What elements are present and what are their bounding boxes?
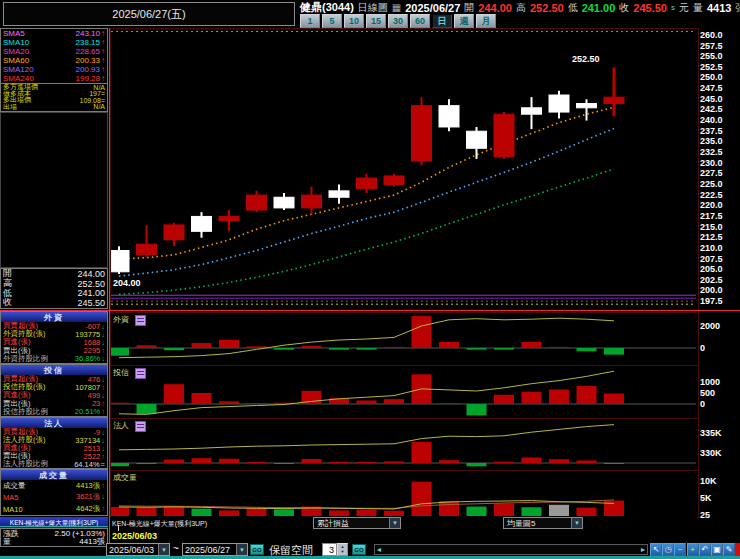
stat-row: 成交量4413張↑ [1,480,107,492]
stat-row: SMA60200.33↑ [1,56,107,65]
go-button-2[interactable]: GO [352,544,366,555]
chart-scrollbar[interactable]: ◂ ▸ [374,544,648,555]
scroll-right-icon[interactable]: ▸ [639,546,647,554]
stat-row: 法人持股比例64.14%= [1,460,107,468]
stat-label: SMA120 [3,65,34,74]
price-axis: 260.0257.5255.0252.5250.0247.5245.0242.5… [698,28,740,528]
stat-value: 4413張↑ [76,481,105,491]
unit-label: 元 [679,1,689,15]
scroll-left-icon[interactable]: ◂ [375,546,383,554]
institutional-panel[interactable]: 法人 [110,418,699,471]
clock-icon[interactable]: ◷ [662,543,674,556]
reserved-space-stepper[interactable]: 3 ▲ ▼ [322,543,348,556]
date-from-select[interactable]: 2025/06/03 ▼ [106,543,170,556]
ohlc-panel: 開244.00高252.50低241.00收245.50 [0,268,108,309]
stat-label: 成交量 [3,481,26,491]
chart-surface [111,471,696,517]
svg-text:204.00: 204.00 [113,278,141,288]
up-arrow-icon: ↑ [101,47,105,56]
panel-settings-icon[interactable] [135,315,146,326]
foreign-investors-panel[interactable]: 外資 [110,312,699,366]
red-separator-line [0,310,740,311]
axis-tick-label: 222.5 [700,190,723,200]
axis-tick-label: 250.0 [700,72,723,82]
axis-tick-label: 220.0 [700,200,723,210]
axis-tick-label: 232.5 [700,147,723,157]
equal-icon: = [101,460,105,469]
stat-row: 收245.50 [1,298,107,308]
settle-mark: s [671,3,675,12]
ken-indicator-label[interactable]: KEN-極光線+爆大量(獲利3UP) [112,519,207,529]
main-candlestick-chart[interactable]: 252.50204.00 [110,28,699,311]
volume-panel[interactable]: 成交量 [110,470,699,518]
period-button-10[interactable]: 10 [344,14,364,28]
stat-label: MA5 [3,493,18,502]
stat-label: SMA5 [3,29,25,38]
sma-panel: SMA5243.10↑SMA10238.15↑SMA20228.65↑SMA60… [0,28,108,84]
chevron-down-icon[interactable]: ▼ [158,544,169,555]
period-button-月[interactable]: 月 [476,14,496,28]
stat-label: 法人持股比例 [3,459,48,469]
volume-ma-dropdown[interactable]: 均量圖5 ▼ [503,517,583,529]
x-axis-date-label: 2025/06/03 [112,531,157,541]
zoom-out-icon[interactable]: − [674,543,686,556]
chevron-down-icon[interactable]: ▼ [389,518,400,528]
volume-ma-dropdown-value: 均量圖5 [504,518,571,529]
axis-tick-label: 242.5 [700,104,723,114]
stat-label: SMA10 [3,38,29,47]
indicator-strip: KEN-極光線+爆大量(獲利3UP) 累計損益 ▼ 均量圖5 ▼ [110,517,697,530]
stat-value: 245.50 [77,298,105,308]
period-button-日[interactable]: 日 [432,14,452,28]
axis-tick-label: 247.5 [700,83,723,93]
draw-icon[interactable]: ✎ [723,543,735,556]
volume-label: 量 [693,1,703,15]
chevron-down-icon[interactable]: ▼ [236,544,247,555]
period-button-30[interactable]: 30 [388,14,408,28]
calendar-icon: ▦ [392,2,401,13]
stat-value: 228.65↑ [76,47,105,56]
pnl-dropdown[interactable]: 累計損益 ▼ [313,517,401,529]
cursor-icon[interactable]: ↖ [650,543,662,556]
stat-row: MA104642張↑ [1,503,107,515]
period-toolbar: 1510153060日週月 [300,14,496,27]
panel-settings-icon[interactable] [135,421,146,432]
stepper-arrows[interactable]: ▲ ▼ [337,543,348,556]
fullscreen-icon[interactable]: ▣ [711,543,723,556]
axis-tick-label: 1000 [700,377,720,387]
chart-surface [111,313,696,365]
undo-icon[interactable]: ↶ [699,543,711,556]
axis-tick-label: 245.0 [700,94,723,104]
axis-tick-label: 235.0 [700,136,723,146]
up-arrow-icon: ↑ [101,74,105,83]
stat-value: 200.93↑ [76,65,105,74]
panel-settings-icon[interactable] [135,368,146,379]
period-button-5[interactable]: 5 [322,14,342,28]
zoom-in-icon[interactable]: + [687,543,699,556]
axis-tick-label: 210.0 [700,243,723,253]
stat-label: 收 [3,296,12,309]
period-button-60[interactable]: 60 [410,14,430,28]
axis-tick-label: 207.5 [700,254,723,264]
volume-unit: 張 [735,1,740,15]
axis-tick-label: 227.5 [700,168,723,178]
investment-trust-panel[interactable]: 投信 [110,365,699,419]
axis-tick-label: 200.0 [700,285,723,295]
axis-tick-label: 5K [700,493,712,503]
stat-row: 開244.00 [1,269,107,279]
axis-tick-label: 2000 [700,321,720,331]
stat-label: 量 [3,536,11,547]
open-label: 開 [464,1,474,15]
go-button[interactable]: GO [250,544,264,555]
stat-value: 244.00 [77,269,105,279]
period-button-週[interactable]: 週 [454,14,474,28]
chevron-down-icon[interactable]: ▼ [571,518,582,528]
close-value: 245.50 [633,2,667,14]
axis-tick-label: 205.0 [700,264,723,274]
axis-tick-label: 10K [700,476,717,486]
period-button-1[interactable]: 1 [300,14,320,28]
period-button-15[interactable]: 15 [366,14,386,28]
date-to-select[interactable]: 2025/06/27 ▼ [182,543,248,556]
section-投信: 投信買賣超(張)476↓投信持股(張)107807↑買進(張)499↓賣出(張)… [0,364,108,417]
stepper-down-icon[interactable]: ▼ [338,550,347,556]
up-arrow-icon: ↑ [101,481,105,490]
